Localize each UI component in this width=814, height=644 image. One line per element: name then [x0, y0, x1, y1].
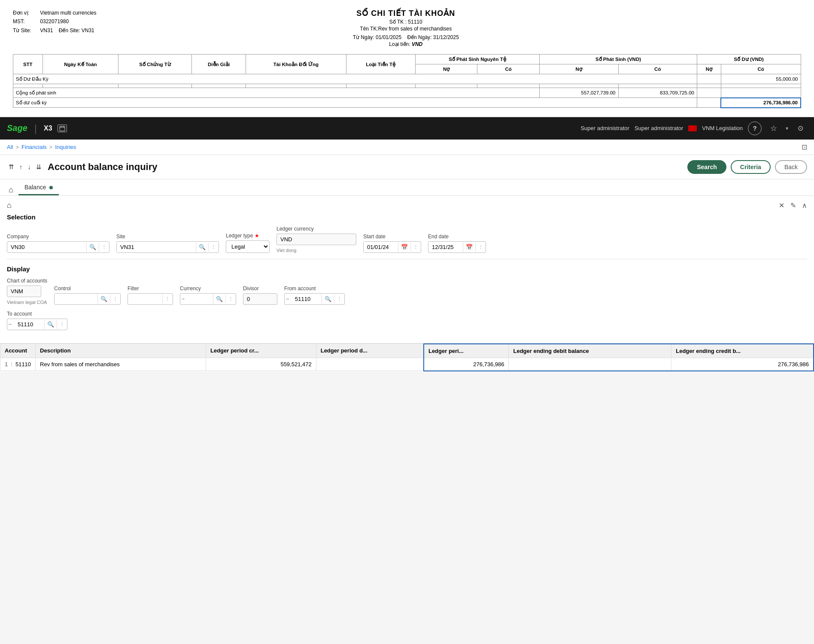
- site-input[interactable]: [117, 242, 196, 252]
- don-vi-value: Vietnam multi currencies: [40, 10, 96, 16]
- mst-value: 0322071980: [40, 18, 69, 24]
- back-button[interactable]: Back: [775, 160, 807, 174]
- selection-fields-row: Company 🔍 ⋮ Site 🔍 ⋮ Ledger t: [7, 226, 807, 253]
- so-du-cuoi-ky-co: 276,736,986.00: [721, 98, 801, 108]
- star-icon[interactable]: ☆: [767, 122, 781, 135]
- calendar-icon[interactable]: [58, 125, 67, 132]
- from-account-menu-icon[interactable]: ⋮: [334, 295, 344, 304]
- control-input[interactable]: [55, 294, 97, 304]
- result-row-1-peri: 276,736,986: [424, 358, 509, 371]
- col-ledger-peri: Ledger peri...: [424, 344, 509, 358]
- star-dropdown-icon[interactable]: ▾: [786, 125, 788, 131]
- den-ngay-label: Đến Ngày:: [407, 34, 431, 40]
- selection-section-title: Selection: [7, 213, 807, 221]
- tabs-bar: ⌂ Balance: [0, 179, 814, 196]
- currency-menu-icon[interactable]: ⋮: [225, 295, 236, 304]
- report-loai-row: Loại tiền: VND: [97, 41, 715, 47]
- chart-sub: Vietnam legal COA: [7, 300, 47, 305]
- control-search-icon[interactable]: 🔍: [97, 294, 110, 304]
- divisor-input[interactable]: [243, 293, 277, 305]
- from-account-label: From account: [284, 286, 345, 292]
- company-search-icon[interactable]: 🔍: [86, 242, 99, 252]
- last-arrow[interactable]: ⇊: [34, 162, 43, 172]
- end-date-label: End date: [428, 234, 486, 240]
- to-account-field-group: To account → 🔍 ⋮: [7, 311, 67, 330]
- selection-panel: ⌂ ✕ ✎ ∧ Selection Company 🔍 ⋮ Site: [0, 196, 814, 343]
- end-date-menu-icon[interactable]: ⋮: [475, 243, 486, 252]
- control-menu-icon[interactable]: ⋮: [110, 295, 120, 304]
- up-arrow[interactable]: ↑: [18, 162, 24, 171]
- site-label: Site: [116, 234, 219, 240]
- to-account-input[interactable]: [14, 319, 44, 330]
- ledger-type-label: Ledger type ★: [226, 233, 270, 239]
- currency-search-icon[interactable]: 🔍: [213, 294, 225, 304]
- divisor-label: Divisor: [243, 286, 277, 292]
- start-date-input[interactable]: [364, 242, 398, 252]
- panel-home-icon[interactable]: ⌂: [7, 201, 12, 210]
- currency-label: Currency: [180, 286, 236, 292]
- site-menu-icon[interactable]: ⋮: [208, 243, 219, 252]
- edit-icon[interactable]: ✎: [790, 201, 796, 210]
- to-account-search-icon[interactable]: 🔍: [44, 319, 57, 329]
- filter-input[interactable]: [128, 294, 162, 304]
- to-account-label: To account: [7, 311, 67, 317]
- page-title-bar: ⇈ ↑ ↓ ⇊ Account balance inquiry Search C…: [0, 155, 814, 179]
- home-tab-icon[interactable]: ⌂: [7, 185, 15, 195]
- from-account-field-group: From account → 🔍 ⋮: [284, 286, 345, 305]
- company-input[interactable]: [7, 242, 86, 252]
- site-field-group: Site 🔍 ⋮: [116, 234, 219, 253]
- currency-input[interactable]: [187, 294, 213, 304]
- site-search-icon[interactable]: 🔍: [196, 242, 208, 252]
- from-account-input[interactable]: [292, 294, 322, 304]
- col-no-sodu: Nợ: [697, 64, 721, 74]
- cong-so-phat-sinh-row: Cộng số phát sinh 557,027,739.00 833,709…: [13, 88, 801, 98]
- ledger-type-select[interactable]: Legal: [226, 241, 269, 252]
- result-row-1-cr: 559,521,472: [206, 358, 316, 371]
- first-arrow[interactable]: ⇈: [7, 162, 16, 172]
- so-du-cuoi-ky-label: Số dư cuối kỳ: [13, 98, 697, 108]
- x3-label: X3: [44, 125, 52, 132]
- close-icon[interactable]: ✕: [779, 201, 784, 210]
- search-button[interactable]: Search: [687, 160, 726, 174]
- collapse-icon[interactable]: ⊡: [802, 143, 807, 151]
- ledger-currency-field-group: Ledger currency Viet dong: [276, 226, 356, 253]
- end-date-calendar-icon[interactable]: 📅: [463, 242, 475, 252]
- tab-balance[interactable]: Balance: [18, 179, 59, 195]
- nav-arrows: ⇈ ↑ ↓ ⇊: [7, 162, 43, 172]
- loai-tien-label: Loại tiền:: [389, 41, 410, 47]
- compass-icon[interactable]: ⊙: [793, 122, 807, 135]
- breadcrumb-inquiries[interactable]: Inquiries: [55, 144, 76, 150]
- tu-site-value: VN31: [40, 27, 53, 33]
- start-date-menu-icon[interactable]: ⋮: [410, 243, 421, 252]
- row-menu-btn[interactable]: ⋮: [9, 362, 15, 367]
- down-arrow[interactable]: ↓: [26, 162, 33, 171]
- company-menu-icon[interactable]: ⋮: [99, 243, 109, 252]
- den-site-value: VN31: [82, 27, 94, 33]
- to-account-menu-icon[interactable]: ⋮: [57, 320, 67, 329]
- filter-menu-icon[interactable]: ⋮: [162, 295, 173, 304]
- currency-input-wrap: → 🔍 ⋮: [180, 293, 236, 305]
- collapse-panel-icon[interactable]: ∧: [802, 201, 807, 210]
- control-input-wrap: 🔍 ⋮: [54, 293, 121, 305]
- start-date-calendar-icon[interactable]: 📅: [398, 242, 410, 252]
- col-ledger-period-cr: Ledger period cr...: [206, 344, 316, 358]
- help-icon[interactable]: ?: [748, 122, 762, 135]
- col-no-nguyen: Nợ: [415, 64, 477, 74]
- from-account-search-icon[interactable]: 🔍: [322, 294, 334, 304]
- den-ngay-value: 31/12/2025: [433, 34, 459, 40]
- control-label: Control: [54, 286, 121, 292]
- so-du-dau-ky-row: Số Dư Đầu Kỳ 55,000.00: [13, 74, 801, 84]
- so-du-cuoi-ky-row: Số dư cuối kỳ 276,736,986.00: [13, 98, 801, 108]
- criteria-button[interactable]: Criteria: [731, 160, 771, 174]
- currency-field-group: Currency → 🔍 ⋮: [180, 286, 236, 305]
- result-row-1: 1 ⋮ 51110 Rev from sales of merchandises…: [0, 358, 814, 371]
- company-field-group: Company 🔍 ⋮: [7, 234, 109, 253]
- breadcrumb-all[interactable]: All: [7, 144, 13, 150]
- result-row-1-desc: Rev from sales of merchandises: [36, 358, 206, 371]
- col-ledger-ending-credit: Ledger ending credit b...: [671, 344, 814, 358]
- breadcrumb-financials[interactable]: Financials: [21, 144, 47, 150]
- end-date-input-wrap: 📅 ⋮: [428, 241, 486, 253]
- col-co-nguyen: Có: [477, 64, 540, 74]
- end-date-input[interactable]: [428, 242, 463, 252]
- col-loai-tien-te: Loại Tiền Tệ: [346, 55, 415, 74]
